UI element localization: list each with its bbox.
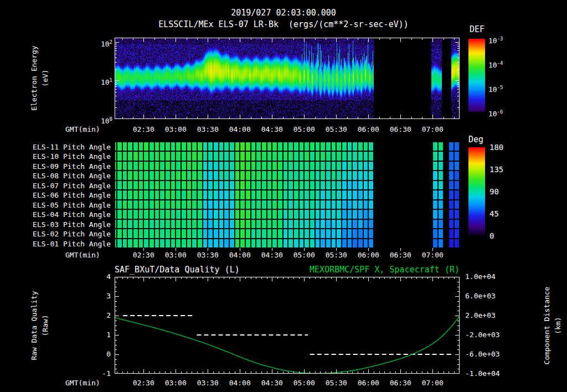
spectrogram-canvas bbox=[115, 38, 460, 119]
distance-ytick-label: 1.0e+04 bbox=[465, 272, 496, 281]
quality-series-title: SAF_BXuT/Data Quality (L) bbox=[115, 265, 240, 275]
component-distance-axis-label: Component Distance (km) bbox=[542, 287, 564, 365]
x-tick-label-pitch: 06:00 bbox=[355, 251, 381, 260]
def-colorbar-title: DEF bbox=[470, 24, 484, 34]
pitch-xaxis-tick bbox=[208, 248, 208, 251]
distance-ytick-label: -2.0e+03 bbox=[465, 331, 500, 339]
def-cb-tick-label: 10-6 bbox=[488, 107, 503, 116]
x-tick-label-spectrogram: 04:00 bbox=[227, 125, 252, 134]
pitch-xaxis-tick bbox=[176, 248, 176, 251]
x-tick-label-line: 05:00 bbox=[291, 379, 317, 388]
deg-cb-tick-label: 135 bbox=[489, 165, 503, 174]
pitch-xaxis-tick bbox=[336, 248, 337, 251]
energy-ytick-label: 101 bbox=[86, 76, 112, 85]
page-title: 2019/027 02:03:00.000 bbox=[231, 8, 336, 18]
science-plot-window: 2019/027 02:03:00.000 ELSSCIL/MEx ELS-07… bbox=[0, 0, 567, 392]
x-tick-label-spectrogram: 06:00 bbox=[355, 125, 381, 134]
electron-energy-axis-label: Electron Energy (eV) bbox=[29, 45, 51, 110]
deg-colorbar-canvas bbox=[468, 147, 485, 236]
energy-ytick-label: 102 bbox=[86, 38, 112, 47]
x-tick-label-line: 07:00 bbox=[420, 379, 445, 388]
pitch-row-label: ELS-09 Pitch Angle bbox=[0, 162, 111, 171]
deg-cb-tick-label: 90 bbox=[489, 187, 499, 196]
deg-cb-tick-label: 0 bbox=[489, 231, 494, 240]
distance-series-title: MEXORBMC/SPF X, Spacecraft (R) bbox=[310, 265, 460, 275]
pitch-xaxis-tick bbox=[143, 248, 144, 251]
pitch-row-label: ELS-07 Pitch Angle bbox=[0, 181, 111, 190]
x-tick-label-line: 04:00 bbox=[227, 379, 252, 388]
def-cb-tick-label: 10-5 bbox=[488, 83, 503, 92]
x-tick-label-spectrogram: 02:30 bbox=[131, 125, 156, 134]
deg-cb-tick-label: 180 bbox=[489, 143, 503, 152]
def-colorbar-canvas bbox=[468, 39, 485, 112]
quality-ytick-label: 1 bbox=[84, 331, 111, 339]
x-tick-label-spectrogram: 03:00 bbox=[163, 125, 188, 134]
def-cb-tick-label: 10-4 bbox=[488, 59, 503, 68]
pitch-xaxis-tick bbox=[304, 248, 305, 251]
pitch-xaxis-tick bbox=[240, 248, 240, 251]
line-plot-canvas bbox=[115, 277, 460, 374]
pitch-angle-canvas bbox=[115, 142, 460, 248]
x-tick-label-pitch: 05:00 bbox=[291, 251, 317, 260]
quality-ytick-label: 2 bbox=[84, 311, 111, 320]
quality-ytick-label: 0 bbox=[84, 350, 111, 359]
pitch-row-label: ELS-01 Pitch Angle bbox=[0, 239, 111, 249]
pitch-row-label: ELS-08 Pitch Angle bbox=[0, 171, 111, 180]
x-tick-label-pitch: 04:30 bbox=[259, 251, 285, 260]
deg-cb-tick-label: 45 bbox=[489, 209, 499, 218]
deg-colorbar-title: Deg bbox=[468, 135, 483, 145]
x-tick-label-pitch: 03:30 bbox=[195, 251, 220, 260]
x-tick-label-pitch: 06:30 bbox=[388, 251, 413, 260]
energy-ytick-label: 100 bbox=[86, 115, 112, 123]
x-tick-label-line: 03:30 bbox=[195, 379, 220, 388]
distance-ytick-label: -1.0e+04 bbox=[465, 369, 500, 378]
pitch-row-label: ELS-05 Pitch Angle bbox=[0, 200, 111, 210]
quality-ytick-label: -1 bbox=[84, 369, 111, 378]
pitch-xaxis-tick bbox=[368, 248, 369, 251]
distance-ytick-label: 6.0e+03 bbox=[465, 292, 496, 301]
pitch-xaxis-tick bbox=[432, 248, 433, 251]
x-tick-label-spectrogram: 03:30 bbox=[195, 125, 220, 134]
pitch-row-label: ELS-02 Pitch Angle bbox=[0, 229, 111, 239]
page-subtitle: ELSSCIL/MEx ELS-07 LR-Bk (ergs/(cm**2-sr… bbox=[158, 19, 409, 29]
x-tick-label-line: 06:30 bbox=[388, 379, 413, 388]
x-tick-label-spectrogram: 05:30 bbox=[323, 125, 349, 134]
x-tick-label-pitch: 05:30 bbox=[323, 251, 349, 260]
quality-ytick-label: 4 bbox=[84, 272, 111, 281]
pitch-row-label: ELS-06 Pitch Angle bbox=[0, 190, 111, 200]
distance-ytick-label: 2.0e+03 bbox=[465, 311, 496, 320]
x-tick-label-pitch: 04:00 bbox=[227, 251, 252, 260]
x-tick-label-line: 03:00 bbox=[163, 379, 188, 388]
x-tick-label-spectrogram: 06:30 bbox=[388, 125, 413, 134]
pitch-row-label: ELS-11 Pitch Angle bbox=[0, 142, 111, 152]
gmt-axis-label-spectrogram: GMT(min) bbox=[65, 125, 100, 134]
pitch-xaxis-tick bbox=[272, 248, 272, 251]
x-tick-label-spectrogram: 04:30 bbox=[259, 125, 285, 134]
distance-ytick-label: -6.0e+03 bbox=[465, 350, 500, 359]
x-tick-label-spectrogram: 07:00 bbox=[420, 125, 445, 134]
x-tick-label-pitch: 03:00 bbox=[163, 251, 188, 260]
x-tick-label-pitch: 02:30 bbox=[131, 251, 156, 260]
pitch-row-label: ELS-10 Pitch Angle bbox=[0, 152, 111, 161]
raw-data-quality-axis-label: Raw Data Quality (Raw) bbox=[29, 291, 51, 360]
x-tick-label-pitch: 07:00 bbox=[420, 251, 445, 260]
x-tick-label-line: 02:30 bbox=[131, 379, 156, 388]
def-cb-tick-label: 10-3 bbox=[488, 34, 503, 43]
quality-ytick-label: 3 bbox=[84, 292, 111, 301]
x-tick-label-line: 04:30 bbox=[259, 379, 285, 388]
pitch-row-label: ELS-03 Pitch Angle bbox=[0, 220, 111, 229]
x-tick-label-line: 05:30 bbox=[323, 379, 349, 388]
x-tick-label-line: 06:00 bbox=[355, 379, 381, 388]
pitch-row-label: ELS-04 Pitch Angle bbox=[0, 210, 111, 219]
gmt-axis-label-line: GMT(min) bbox=[65, 379, 100, 388]
pitch-xaxis-tick bbox=[400, 248, 401, 251]
gmt-axis-label-pitch: GMT(min) bbox=[65, 251, 100, 260]
x-tick-label-spectrogram: 05:00 bbox=[291, 125, 317, 134]
